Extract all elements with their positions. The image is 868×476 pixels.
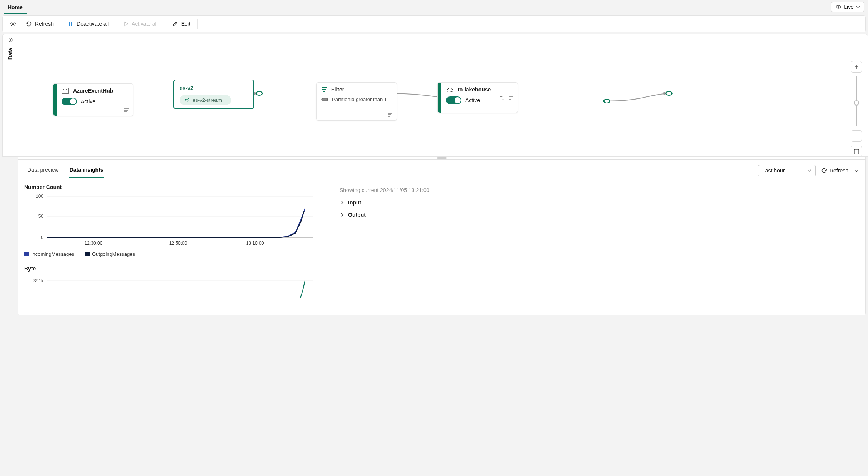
tab-data-preview[interactable]: Data preview (27, 163, 60, 178)
chart-byte: Byte 391k (24, 265, 317, 299)
refresh-icon (821, 168, 827, 174)
timerange-value: Last hour (762, 168, 785, 174)
zoom-thumb[interactable] (854, 100, 859, 106)
stream-chip[interactable]: es-v2-stream (180, 95, 231, 105)
chart-svg: 391k (24, 275, 317, 298)
activate-all-label: Activate all (132, 21, 158, 27)
expand-icon[interactable] (8, 37, 13, 43)
active-toggle[interactable] (62, 98, 77, 105)
node-title: to-lakehouse (458, 86, 491, 93)
tab-data-insights[interactable]: Data insights (69, 163, 104, 178)
series-incoming (47, 209, 305, 237)
svg-point-9 (666, 91, 672, 95)
activate-all-button: Activate all (119, 18, 162, 29)
chevron-right-icon (340, 200, 344, 205)
edit-label: Edit (181, 21, 190, 27)
chevron-right-icon (340, 212, 344, 217)
refresh-label: Refresh (830, 168, 848, 174)
refresh-button[interactable]: Refresh (22, 18, 58, 29)
svg-point-12 (65, 89, 65, 90)
ytick: 100 (36, 194, 43, 199)
chart-legend: IncomingMessages OutgoingMessages (24, 251, 317, 257)
side-rail: Data (2, 34, 18, 157)
node-sub-row: Active (62, 98, 128, 105)
header-bar: Home Live (0, 0, 868, 14)
node-filter[interactable]: Filter PartitionId greater than 1 (316, 82, 397, 121)
play-icon (123, 21, 128, 27)
node-source[interactable]: AzureEventHub Active (53, 83, 133, 116)
showing-timestamp: Showing current 2024/11/05 13:21:00 (340, 187, 850, 193)
chevron-down-icon[interactable] (854, 168, 859, 173)
node-accent (438, 83, 441, 113)
insights-body: Number Count 0 50 100 12:30:00 12:50:00 … (18, 178, 865, 307)
zoom-controls (851, 61, 862, 157)
svg-point-11 (63, 89, 64, 90)
side-rail-label[interactable]: Data (7, 48, 13, 60)
deactivate-all-label: Deactivate all (77, 21, 109, 27)
series-bytes (300, 281, 305, 298)
xtick: 12:30:00 (85, 240, 103, 246)
expander-output[interactable]: Output (340, 209, 850, 221)
node-status: Active (81, 98, 95, 104)
bottom-controls: Last hour Refresh (758, 165, 859, 176)
node-menu-icon[interactable] (508, 96, 514, 100)
chevron-down-icon (807, 168, 811, 173)
gear-icon (10, 20, 17, 27)
legend-item: IncomingMessages (24, 251, 74, 257)
tab-home[interactable]: Home (4, 1, 27, 14)
node-menu-icon[interactable] (124, 108, 129, 113)
svg-point-1 (12, 23, 14, 25)
edit-button[interactable]: Edit (168, 18, 194, 29)
charts-column: Number Count 0 50 100 12:30:00 12:50:00 … (24, 184, 317, 307)
zoom-in-button[interactable] (851, 61, 862, 73)
live-mode-dropdown[interactable]: Live (831, 2, 864, 12)
node-title-row: Filter (321, 86, 392, 93)
expander-input[interactable]: Input (340, 196, 850, 209)
main-area: Data (2, 34, 868, 157)
node-title: AzureEventHub (73, 88, 113, 94)
zoom-fit-button[interactable] (851, 146, 862, 157)
settings-button[interactable] (6, 18, 20, 30)
chart-title: Byte (24, 265, 317, 272)
node-subtitle: PartitionId greater than 1 (332, 96, 387, 102)
stream-icon (184, 98, 190, 103)
node-sink[interactable]: to-lakehouse Active (437, 82, 518, 113)
condition-icon (321, 97, 328, 102)
eye-icon (835, 4, 841, 10)
svg-point-15 (65, 91, 65, 91)
node-stream[interactable]: es-v2 es-v2-stream (173, 80, 254, 109)
insights-side: Showing current 2024/11/05 13:21:00 Inpu… (340, 184, 850, 307)
zoom-slider[interactable] (856, 76, 857, 126)
timerange-select[interactable]: Last hour (758, 165, 816, 176)
node-sub-row: PartitionId greater than 1 (321, 96, 392, 102)
svg-rect-10 (62, 88, 69, 93)
node-menu-icon[interactable] (387, 113, 393, 117)
sparkle-icon[interactable] (498, 95, 504, 100)
node-title-row: to-lakehouse (446, 86, 513, 93)
node-accent (53, 84, 57, 116)
zoom-out-button[interactable] (851, 130, 862, 142)
ytick: 50 (38, 214, 44, 219)
svg-rect-2 (69, 22, 70, 26)
bottom-bar: Data preview Data insights Last hour Ref… (18, 160, 865, 178)
svg-point-8 (604, 99, 610, 103)
expander-label: Output (348, 212, 366, 218)
refresh-icon (26, 21, 32, 27)
separator (61, 19, 61, 29)
active-toggle[interactable] (446, 96, 461, 104)
deactivate-all-button[interactable]: Deactivate all (64, 18, 113, 29)
svg-rect-18 (855, 150, 858, 153)
svg-point-0 (838, 6, 840, 8)
eventhub-icon (62, 88, 69, 94)
refresh-insights-button[interactable]: Refresh (821, 168, 848, 174)
chart-svg: 0 50 100 12:30:00 12:50:00 13:10:00 (24, 193, 317, 247)
ytick: 0 (41, 235, 43, 240)
svg-rect-3 (71, 22, 72, 26)
separator (116, 19, 116, 29)
node-title: es-v2 (180, 85, 248, 91)
bottom-panel: Data preview Data insights Last hour Ref… (18, 159, 866, 315)
expander-label: Input (348, 199, 361, 206)
canvas[interactable]: AzureEventHub Active es-v2 es-v2-stream (18, 34, 868, 157)
series-outgoing (47, 211, 304, 237)
refresh-label: Refresh (35, 21, 54, 27)
